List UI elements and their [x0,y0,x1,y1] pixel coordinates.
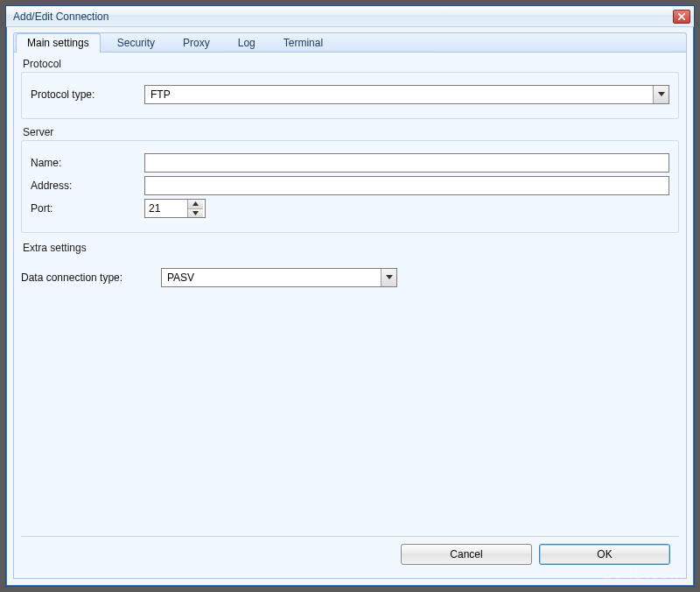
group-extra-title: Extra settings [21,240,679,254]
label-address: Address: [31,180,144,192]
tab-terminal[interactable]: Terminal [272,33,334,53]
address-input[interactable] [144,176,669,195]
label-port: Port: [31,202,144,215]
label-data-connection-type: Data connection type: [21,271,161,284]
close-icon [678,13,685,20]
group-server-box: Name: Address: Port: [21,140,679,233]
data-connection-type-value: PASV [162,269,381,286]
group-server-title: Server [21,126,679,140]
tabpage-main-settings: Protocol Protocol type: FTP Ser [13,52,687,579]
chevron-up-icon [192,201,199,206]
chevron-down-icon [192,211,199,215]
group-protocol-title: Protocol [21,58,679,72]
label-name: Name: [31,157,144,169]
port-spin-down[interactable] [188,209,203,218]
port-spin-up[interactable] [188,200,203,209]
group-server: Server Name: Address: Port: [21,126,679,233]
chevron-down-icon [658,92,665,97]
tab-security[interactable]: Security [106,33,166,53]
label-protocol-type: Protocol type: [31,88,144,101]
tab-row: Main settings Security Proxy Log Termina… [13,32,687,52]
titlebar[interactable]: Add/Edit Connection [6,6,694,27]
port-spinner[interactable] [144,199,206,218]
row-data-connection-type: Data connection type: PASV [21,268,679,287]
close-button[interactable] [673,10,690,24]
dialog-window: Add/Edit Connection Main settings Securi… [5,5,695,587]
cancel-button[interactable]: Cancel [401,544,532,565]
row-port: Port: [31,199,669,218]
row-address: Address: [31,176,669,195]
port-input[interactable] [145,200,187,217]
protocol-type-value: FTP [145,86,653,103]
window-title: Add/Edit Connection [13,11,673,23]
ok-button[interactable]: OK [539,544,670,565]
group-protocol-box: Protocol type: FTP [21,72,679,119]
row-name: Name: [31,153,669,173]
port-spin-buttons [187,200,203,217]
tab-main-settings[interactable]: Main settings [16,33,101,53]
name-input[interactable] [144,153,669,173]
data-connection-type-dropdown-button[interactable] [381,269,396,286]
protocol-type-dropdown-button[interactable] [653,86,668,103]
tab-proxy[interactable]: Proxy [172,33,221,53]
protocol-type-combobox[interactable]: FTP [144,85,669,104]
group-protocol: Protocol Protocol type: FTP [21,58,679,119]
button-bar: Cancel OK [21,536,679,571]
spacer [21,298,679,529]
tab-log[interactable]: Log [227,33,267,53]
chevron-down-icon [386,275,393,280]
client-area: Main settings Security Proxy Log Termina… [6,27,694,586]
row-protocol-type: Protocol type: FTP [31,85,669,104]
data-connection-type-combobox[interactable]: PASV [161,268,397,287]
